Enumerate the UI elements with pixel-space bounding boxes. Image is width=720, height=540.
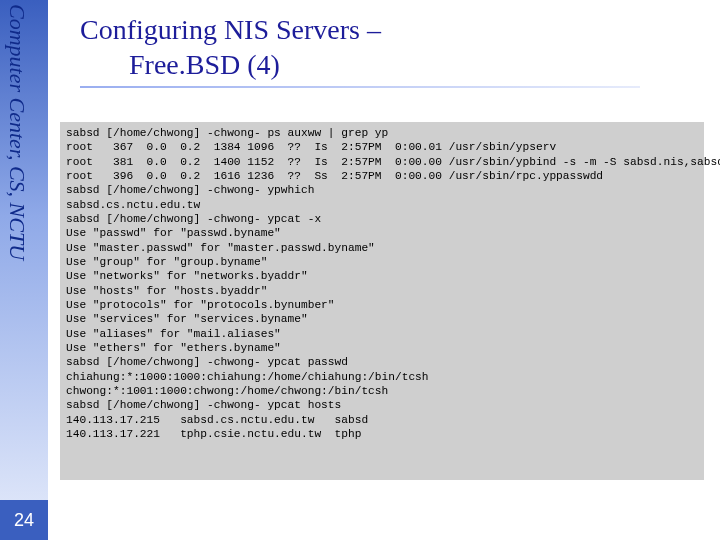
terminal-output: sabsd [/home/chwong] -chwong- ps auxww |…	[60, 122, 704, 480]
slide-title: Configuring NIS Servers – Free.BSD (4)	[80, 12, 680, 82]
slide-title-block: Configuring NIS Servers – Free.BSD (4)	[80, 12, 680, 88]
title-line-1: Configuring NIS Servers –	[80, 14, 381, 45]
org-vertical-label: Computer Center, CS, NCTU	[4, 4, 30, 260]
title-underline	[80, 86, 640, 88]
title-line-2: Free.BSD (4)	[129, 49, 280, 80]
page-number: 24	[0, 500, 48, 540]
